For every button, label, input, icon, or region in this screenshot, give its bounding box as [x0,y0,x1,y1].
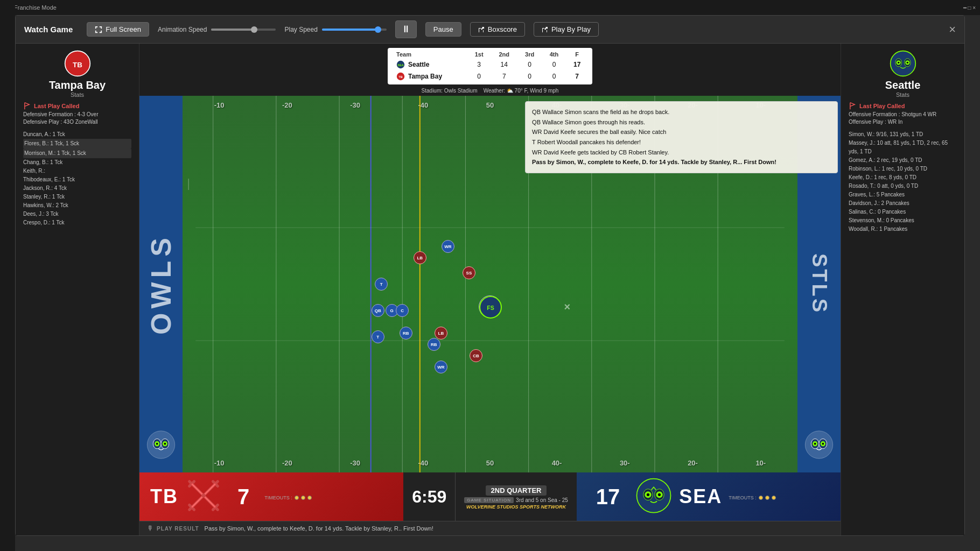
commentary-line: WR David Keefe secures the ball easily. … [532,127,831,137]
seattle-name: Seattle [408,61,429,68]
mic-icon: 🎙 [147,525,154,532]
player-rb1[interactable]: RB [400,327,412,340]
commentary-line-highlight: Pass by Simon, W., complete to Keefe, D.… [532,157,831,167]
tb-logo: TB [64,50,91,77]
player-qb[interactable]: QB [372,304,384,317]
play-speed-control: Play Speed [284,26,386,33]
animation-speed-slider[interactable] [211,29,276,31]
window-title: Watch Game [24,25,73,34]
svg-point-49 [898,62,899,63]
quarter-display: 2ND QUARTER [486,485,547,496]
owl-logo-end-zone-right [804,430,834,460]
bottom-section: TB [139,472,841,535]
tb-timeout-3 [307,496,312,500]
tb-logo-small: TB [396,72,405,81]
list-item: Hawkins, W.: 2 Tck [23,201,131,210]
seattle-team-cell: SEA Seattle [396,60,463,69]
list-item: Keith, R.: [23,167,131,175]
defensive-formation: Defensive Formation : 4-3 Over [23,111,131,118]
seattle-logo-small: SEA [396,60,405,69]
fullscreen-button[interactable]: Full Screen [87,22,149,37]
svg-point-42 [647,493,649,496]
tb-q2: 7 [491,70,517,82]
tb-score-number: 7 [229,485,258,509]
app-background: ⚙ Franchise Mode ━ □ × Watch Game Full S… [0,0,980,551]
list-item: Keefe, D.: 1 rec, 8 yds, 0 TD [849,173,957,182]
final-header: F [566,50,588,59]
sea-timeout-1 [759,496,763,500]
list-item: Stanley, R.: 1 Tck [23,193,131,201]
tb-timeouts-label: TIMEOUTS : [264,495,292,500]
close-button[interactable]: × [949,24,956,36]
tb-timeout-2 [301,496,305,500]
right-player-stats: Simon, W.: 9/16, 131 yds, 1 TD Massey, J… [849,130,957,234]
play-speed-slider[interactable] [322,29,387,31]
left-stats-panel: TB Tampa Bay Stats Last Play Called Defe… [16,44,139,535]
app-title: Franchise Mode [14,4,57,11]
ball-destination: × [564,301,570,313]
tb-score-team: TB [139,472,403,521]
commentary-line: QB Wallace Simon goes through his reads. [532,117,831,128]
pause-button[interactable]: Pause [425,22,461,37]
tb-final: 7 [566,70,588,82]
weather-label: Weather: ⛅ [484,88,515,94]
player-fs[interactable]: FS [479,295,501,318]
content-area: TB Tampa Bay Stats Last Play Called Defe… [16,44,964,535]
sea-q2: 14 [491,59,517,70]
svg-point-44 [890,51,915,76]
play-by-play-button[interactable]: Play By Play [534,22,599,37]
defensive-play: Defensive Play : 43O ZoneWall [23,118,131,126]
sea-q1: 3 [467,59,491,70]
list-item: Massey, J.: 10 att, 81 yds, 1 TD, 2 rec,… [849,139,957,156]
game-situation-text: 3rd and 5 on Sea - 25 [516,497,568,503]
title-bar: Watch Game Full Screen Animation Speed P… [16,16,964,44]
clock-section: 6:59 [403,472,456,521]
quarter-section: 2ND QUARTER GAME SITUATION 3rd and 5 on … [456,472,577,521]
player-ss[interactable]: SS [463,266,475,279]
animation-speed-control: Animation Speed [158,26,276,33]
list-item: Davidson, J.: 2 Pancakes [849,199,957,208]
field-wrapper: OWLS [139,96,841,472]
tb-timeouts-row: TIMEOUTS : [264,495,312,500]
player-rb2[interactable]: RB [428,338,440,351]
left-team-name: Tampa Bay [23,79,131,91]
list-item: Dees, J.: 3 Tck [23,210,131,218]
player-t2[interactable]: T [372,330,384,343]
scoreboard-table: Team 1st 2nd 3rd 4th F [388,48,592,84]
boxscore-button[interactable]: Boxscore [470,22,525,37]
play-result-text: Pass by Simon, W., complete to Keefe, D.… [205,525,433,532]
player-wr1[interactable]: WR [442,240,454,253]
sea-timeout-3 [772,496,776,500]
last-play-left: Last Play Called Defensive Formation : 4… [23,102,131,126]
tb-q3: 0 [517,70,542,82]
fullscreen-icon [95,26,102,33]
tb-q4: 0 [542,70,566,82]
player-lb1[interactable]: LB [414,251,426,264]
clock-container: 6:59 2ND QUARTER GAME SITUATION 3rd and … [403,472,577,521]
player-wr2[interactable]: WR [435,361,447,373]
svg-point-43 [658,493,661,496]
player-t1[interactable]: T [375,278,388,291]
q4-header: 4th [542,50,566,59]
sea-score-number: 17 [587,485,629,509]
app-sidebar [0,0,15,551]
tb-name: Tampa Bay [408,73,442,80]
list-item: Rosado, T.: 0 att, 0 yds, 0 TD [849,182,957,190]
offensive-play: Offensive Play : WR In [849,118,957,126]
list-item: Stevenson, M.: 0 Pancakes [849,216,957,225]
svg-text:TB: TB [398,75,402,79]
list-item: Thibodeaux, E.: 1 Tck [23,175,131,184]
tb-team-cell: TB Tampa Bay [396,72,463,81]
svg-text:SEA: SEA [397,63,404,67]
sea-timeout-2 [765,496,769,500]
player-lb2[interactable]: LB [435,327,447,340]
owl-logo-end-zone-left [146,430,176,460]
score-strip: TB [139,472,841,521]
player-c[interactable]: C [396,304,409,317]
pause-icon-button[interactable]: ⏸ [395,20,417,38]
end-zone-right-text: STLS [808,253,831,314]
scoreboard-row: Team 1st 2nd 3rd 4th F [139,44,841,87]
list-item: Robinson, L.: 1 rec, 10 yds, 0 TD [849,165,957,173]
player-cb[interactable]: CB [470,349,482,362]
offensive-formation: Offensive Formation : Shotgun 4 WR [849,111,957,118]
